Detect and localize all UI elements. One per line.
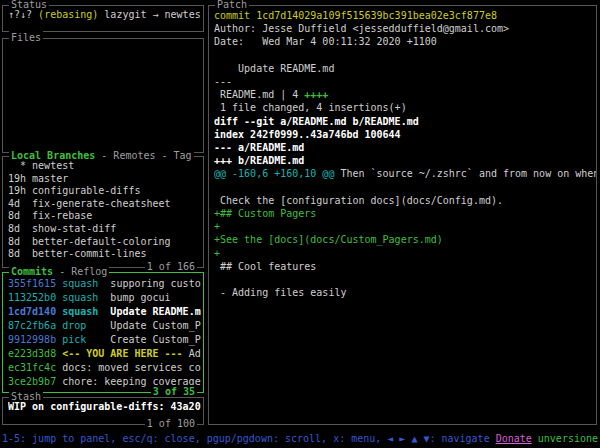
branches-panel[interactable]: Local Branches - Remotes - Tag * newtest…: [2, 156, 204, 268]
text-line: index 242f0999..43a746bd 100644: [214, 128, 596, 141]
lazygit-app: Status ↑?↓? (rebasing) lazygit → newtes …: [0, 0, 600, 448]
text-segment: +++ b/README.md: [214, 155, 304, 166]
text-line[interactable]: ec31fc4c docs: moved services co: [8, 361, 203, 375]
text-segment: +: [214, 221, 220, 232]
files-content: [3, 39, 203, 152]
text-segment: commit 1cd7d14029a109f515639bc391bea02e3…: [214, 10, 497, 21]
text-segment: README.md | 4: [214, 89, 304, 100]
text-line: +++ b/README.md: [214, 154, 596, 167]
text-segment: * newtest: [8, 160, 74, 171]
text-line: ## Cool features: [214, 260, 596, 273]
text-segment: Create Custom_P: [104, 334, 200, 345]
stash-panel[interactable]: Stash WIP on configurable-diffs: 43a20 1…: [2, 397, 204, 425]
stash-item-count: 1 of 100: [145, 417, 197, 431]
text-line: +: [214, 220, 596, 233]
text-segment: e223d3d8: [8, 348, 62, 359]
text-line: README.md | 4 ++++: [214, 88, 596, 101]
text-line: [214, 49, 596, 62]
text-segment: lazygit → newtes: [104, 9, 200, 20]
text-segment: 8d show-stat-diff: [8, 223, 116, 234]
text-segment: --- a/README.md: [214, 142, 304, 153]
text-segment: squash: [62, 306, 104, 317]
text-segment: 3ce2b9b7: [8, 376, 62, 387]
text-segment: docs: moved services co: [62, 362, 200, 373]
text-line: [214, 181, 596, 194]
text-segment: Update README.m: [104, 306, 200, 317]
text-segment: +: [214, 248, 220, 259]
text-segment: ec31fc4c: [8, 362, 62, 373]
text-line[interactable]: 355f1615 squash supporing custo: [8, 277, 203, 291]
text-line[interactable]: 19h master: [8, 173, 203, 186]
text-line[interactable]: 1cd7d140 squash Update README.m: [8, 305, 203, 319]
text-line[interactable]: 87c2fb6a drop Update Custom_P: [8, 319, 203, 333]
text-line: - Adding files easily: [214, 286, 596, 299]
text-segment: diff --git a/README.md b/README.md: [214, 116, 419, 127]
status-content: ↑?↓? (rebasing) lazygit → newtes: [3, 6, 203, 31]
text-segment: Update README.md: [214, 63, 334, 74]
text-line[interactable]: * newtest: [8, 160, 203, 173]
text-line[interactable]: 113252b0 squash bump gocui: [8, 291, 203, 305]
text-segment: 1cd7d140: [8, 306, 62, 317]
text-line: +: [214, 247, 596, 260]
text-line: Check the [configuration docs](docs/Conf…: [214, 194, 596, 207]
text-segment: +See the [docs](docs/Custom_Pagers.md): [214, 234, 443, 245]
text-segment: 8d fix-rebase: [8, 210, 92, 221]
text-segment: +## Custom Pagers: [214, 208, 316, 219]
text-segment: 19h master: [8, 173, 68, 184]
text-line: +See the [docs](docs/Custom_Pagers.md): [214, 233, 596, 246]
text-segment: 9912998b: [8, 334, 62, 345]
text-line[interactable]: 9912998b pick Create Custom_P: [8, 333, 203, 347]
text-line: Update README.md: [214, 62, 596, 75]
text-line: [214, 273, 596, 286]
commits-panel[interactable]: Commits - Reflog 355f1615 squash suppori…: [2, 272, 204, 393]
status-panel[interactable]: Status ↑?↓? (rebasing) lazygit → newtes: [2, 5, 204, 32]
text-segment: bump gocui: [104, 292, 170, 303]
text-segment: ---: [214, 76, 232, 87]
text-segment: 355f1615: [8, 278, 62, 289]
branches-list: * newtest19h master19h configurable-diff…: [3, 157, 203, 267]
text-line[interactable]: 8d better-commit-lines: [8, 248, 203, 261]
text-line: diff --git a/README.md b/README.md: [214, 115, 596, 128]
patch-content: commit 1cd7d14029a109f515639bc391bea02e3…: [209, 6, 596, 424]
text-line: Author: Jesse Duffield <jessedduffield@g…: [214, 22, 596, 35]
version-label: unversioned: [538, 432, 598, 446]
text-segment: pick: [62, 334, 104, 345]
text-line: commit 1cd7d14029a109f515639bc391bea02e3…: [214, 9, 596, 22]
text-line[interactable]: 8d better-default-coloring: [8, 236, 203, 249]
text-line[interactable]: 19h configurable-diffs: [8, 185, 203, 198]
text-segment: 8d better-commit-lines: [8, 248, 146, 259]
patch-panel[interactable]: Patch commit 1cd7d14029a109f515639bc391b…: [208, 5, 597, 425]
text-segment: Author: Jesse Duffield <jessedduffield@g…: [214, 23, 509, 34]
text-segment: ++++: [304, 89, 328, 100]
text-segment: 113252b0: [8, 292, 62, 303]
text-segment: drop: [62, 320, 104, 331]
text-segment: WIP on configurable-diffs: 43a20: [8, 401, 201, 412]
text-line[interactable]: e223d3d8 <-- YOU ARE HERE --- Ad: [8, 347, 203, 361]
files-panel[interactable]: Files: [2, 38, 204, 153]
text-line[interactable]: 4d fix-generate-cheatsheet: [8, 198, 203, 211]
text-segment: squash: [62, 292, 104, 303]
text-line[interactable]: 8d show-stat-diff: [8, 223, 203, 236]
text-segment: 19h configurable-diffs: [8, 185, 140, 196]
text-segment: 8d better-default-coloring: [8, 236, 171, 247]
text-segment: 1 file changed, 4 insertions(+): [214, 102, 407, 113]
keybindings-bar: 1-5: jump to panel, esc/q: close, pgup/p…: [2, 431, 598, 447]
text-segment: @@ -160,6 +160,10 @@: [214, 168, 334, 179]
text-segment: Ad: [189, 348, 201, 359]
text-segment: Check the [configuration docs](docs/Conf…: [214, 195, 503, 206]
commits-list: 355f1615 squash supporing custo113252b0 …: [3, 273, 203, 392]
text-segment: Date: Wed Mar 4 00:11:32 2020 +1100: [214, 36, 437, 47]
text-line: ---: [214, 75, 596, 88]
text-line[interactable]: WIP on configurable-diffs: 43a20: [8, 400, 203, 414]
text-segment: (rebasing): [38, 9, 104, 20]
keybindings-text: 1-5: jump to panel, esc/q: close, pgup/p…: [2, 432, 490, 446]
text-segment: supporing custo: [104, 278, 200, 289]
donate-link[interactable]: Donate: [496, 432, 532, 446]
text-line: Date: Wed Mar 4 00:11:32 2020 +1100: [214, 35, 596, 48]
text-segment: ↑?↓?: [8, 9, 38, 20]
text-line: --- a/README.md: [214, 141, 596, 154]
text-line: ↑?↓? (rebasing) lazygit → newtes: [8, 8, 203, 22]
text-line[interactable]: 8d fix-rebase: [8, 210, 203, 223]
text-segment: 87c2fb6a: [8, 320, 62, 331]
text-segment: <-- YOU ARE HERE ---: [62, 348, 188, 359]
